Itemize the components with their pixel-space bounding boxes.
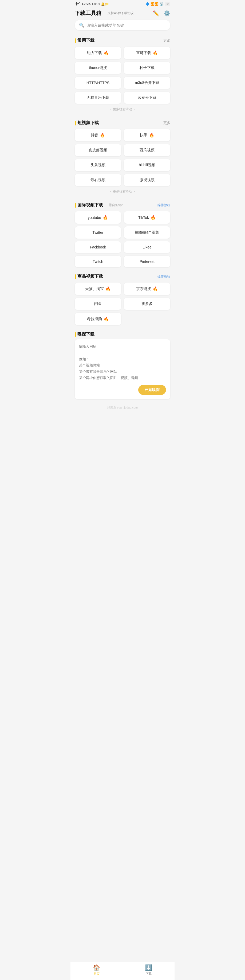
btn-likee[interactable]: Likee	[124, 241, 170, 253]
btn-taobao[interactable]: 天猫、淘宝 🔥	[75, 283, 121, 295]
sniff-footer: 开始嗅探	[79, 385, 166, 395]
section-intl-link[interactable]: 操作教程	[157, 203, 170, 207]
status-bar: 中午12:25 1.8K/s 🔔📁 🔷 📶📶 📡 38	[70, 0, 175, 8]
btn-kaola-label: 考拉海购	[87, 317, 102, 321]
btn-instagram[interactable]: instagram图集	[124, 226, 170, 239]
section-common-more[interactable]: 更多	[163, 38, 170, 43]
btn-direct[interactable]: 直链下载 🔥	[124, 46, 170, 59]
section-common-title: 常用下载	[77, 38, 94, 43]
btn-jd[interactable]: 京东链接 🔥	[124, 283, 170, 295]
section-product: 商品视频下载 操作教程 天猫、淘宝 🔥 京东链接 🔥 闲鱼 拼多多 考拉海购 🔥	[70, 270, 175, 326]
btn-lanzou[interactable]: 蓝奏云下载	[124, 92, 170, 104]
search-input[interactable]	[86, 23, 166, 27]
btn-twitch[interactable]: Twitch	[75, 256, 121, 267]
btn-bilibili-label: bilibili视频	[139, 163, 155, 167]
btn-thuner[interactable]: thuner链接	[75, 62, 121, 74]
section-intl-header: 国际视频下载 － 需自备vpn 操作教程	[70, 199, 175, 210]
btn-facebook[interactable]: Fackbook	[75, 241, 121, 253]
btn-tiktok[interactable]: TikTok 🔥	[124, 211, 170, 224]
btn-youtube[interactable]: youtube 🔥	[75, 211, 121, 224]
btn-pinterest-label: Pinterest	[139, 259, 154, 264]
fire-icon: 🔥	[104, 50, 109, 56]
btn-taobao-label: 天猫、淘宝	[85, 286, 104, 291]
section-product-header: 商品视频下载 操作教程	[70, 270, 175, 282]
btn-magnetic[interactable]: 磁力下载 🔥	[75, 46, 121, 59]
title-bar-common	[75, 38, 76, 43]
title-bar-intl	[75, 203, 76, 208]
section-sniff-title: 嗅探下载	[77, 332, 94, 337]
short-scroll-hint: － 更多往右滑动 －	[70, 187, 175, 197]
btn-twitch-label: Twitch	[93, 259, 103, 264]
btn-lanzou-label: 蓝奏云下载	[138, 95, 156, 100]
fire-icon: 🔥	[153, 50, 158, 56]
main-content: 常用下载 更多 磁力下载 🔥 直链下载 🔥 thuner链接 种子下载 HTTP…	[70, 35, 175, 432]
section-intl-title: 国际视频下载	[77, 202, 103, 208]
fire-icon: 🔥	[103, 215, 108, 220]
intl-btn-grid: youtube 🔥 TikTok 🔥 Twitter instagram图集 F…	[70, 210, 175, 269]
fire-icon: 🔥	[106, 286, 111, 291]
common-scroll-hint: － 更多往右滑动 －	[70, 105, 175, 115]
section-common-header: 常用下载 更多	[70, 35, 175, 46]
short-video-btn-grid: 抖音 🔥 快手 🔥 皮皮虾视频 西瓜视频 头条视频 bilibili视频 最右视…	[70, 128, 175, 187]
btn-xigua[interactable]: 西瓜视频	[124, 144, 170, 156]
btn-magnetic-label: 磁力下载	[87, 51, 102, 56]
btn-kaola[interactable]: 考拉海购 🔥	[75, 313, 121, 325]
btn-weishi[interactable]: 微视视频	[124, 174, 170, 186]
btn-xigua-label: 西瓜视频	[139, 148, 155, 153]
title-bar-product	[75, 274, 76, 279]
sniff-url-input[interactable]	[79, 344, 166, 381]
btn-douyin-label: 抖音	[91, 133, 98, 138]
signal-icon: 📶📶	[151, 2, 159, 6]
btn-direct-label: 直链下载	[136, 51, 151, 56]
btn-m3u8[interactable]: m3u8合并下载	[124, 77, 170, 89]
btn-zuiyou[interactable]: 最右视频	[75, 174, 121, 186]
btn-zuiyou-label: 最右视频	[90, 178, 106, 182]
btn-toutiao-label: 头条视频	[90, 163, 106, 167]
fire-icon: 🔥	[104, 317, 109, 321]
battery-icon: 38	[165, 2, 170, 6]
sniff-content-box: 开始嗅探	[75, 339, 170, 399]
btn-twitter-label: Twitter	[92, 231, 103, 235]
btn-pipixia[interactable]: 皮皮虾视频	[75, 144, 121, 156]
btn-pinduoduo[interactable]: 拼多多	[124, 298, 170, 310]
btn-pipixia-label: 皮皮虾视频	[89, 148, 107, 153]
btn-facebook-label: Fackbook	[90, 245, 106, 249]
btn-toutiao[interactable]: 头条视频	[75, 159, 121, 171]
section-product-link[interactable]: 操作教程	[157, 274, 170, 279]
settings-icon[interactable]: ⚙️	[163, 10, 170, 16]
app-header: 下载工具箱 － 支持46种下载协议 ✏️ ⚙️	[70, 8, 175, 20]
section-short-video: 短视频下载 更多 抖音 🔥 快手 🔥 皮皮虾视频 西瓜视频 头条视频	[70, 117, 175, 197]
app-title: 下载工具箱 － 支持46种下载协议	[75, 10, 134, 17]
section-common: 常用下载 更多 磁力下载 🔥 直链下载 🔥 thuner链接 种子下载 HTTP…	[70, 35, 175, 115]
section-short-more[interactable]: 更多	[163, 121, 170, 126]
subtitle-text: － 支持46种下载协议	[104, 11, 134, 16]
btn-pinterest[interactable]: Pinterest	[124, 256, 170, 267]
btn-lossless-label: 无损音乐下载	[87, 95, 109, 100]
edit-icon[interactable]: ✏️	[153, 10, 159, 16]
common-btn-grid: 磁力下载 🔥 直链下载 🔥 thuner链接 种子下载 HTTP/HTTPS m…	[70, 46, 175, 105]
wifi-icon: 📡	[160, 2, 163, 6]
btn-seed-label: 种子下载	[139, 65, 155, 70]
title-bar-sniff	[75, 332, 76, 337]
btn-http-label: HTTP/HTTPS	[86, 81, 109, 85]
btn-pinduoduo-label: 拼多多	[141, 301, 153, 306]
btn-xianyu[interactable]: 闲鱼	[75, 298, 121, 310]
header-actions: ✏️ ⚙️	[153, 10, 170, 16]
btn-lossless[interactable]: 无损音乐下载	[75, 92, 121, 104]
search-icon: 🔍	[79, 22, 84, 28]
sniff-start-button[interactable]: 开始嗅探	[138, 385, 166, 395]
btn-instagram-label: instagram图集	[135, 230, 159, 235]
btn-weishi-label: 微视视频	[139, 178, 155, 182]
btn-likee-label: Likee	[143, 245, 151, 249]
title-bar-short	[75, 121, 76, 126]
btn-douyin[interactable]: 抖音 🔥	[75, 129, 121, 142]
title-text: 下载工具箱	[75, 10, 101, 17]
btn-kuaishou[interactable]: 快手 🔥	[124, 129, 170, 142]
search-bar: 🔍	[75, 20, 170, 30]
btn-http[interactable]: HTTP/HTTPS	[75, 77, 121, 89]
fire-icon: 🔥	[149, 133, 154, 138]
fire-icon: 🔥	[100, 133, 105, 138]
btn-seed[interactable]: 种子下载	[124, 62, 170, 74]
btn-twitter[interactable]: Twitter	[75, 226, 121, 239]
btn-bilibili[interactable]: bilibili视频	[124, 159, 170, 171]
